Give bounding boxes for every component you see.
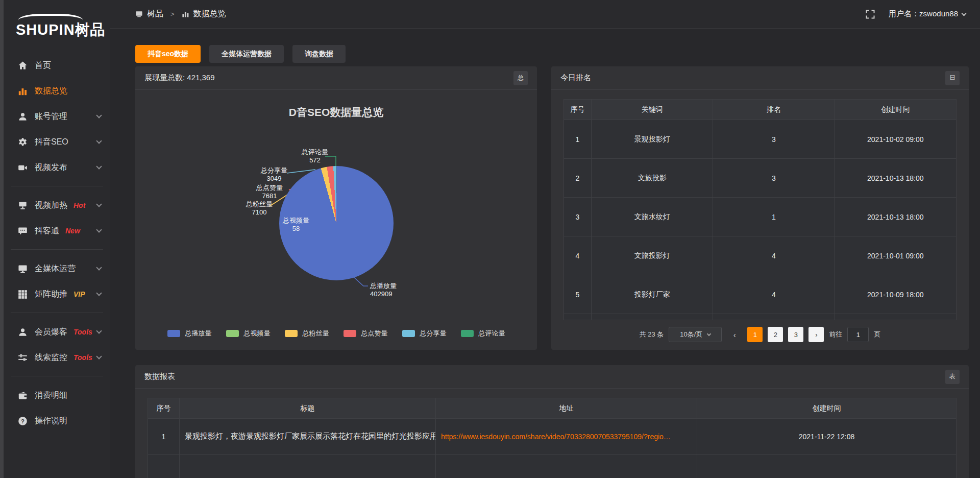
sidebar-item-account[interactable]: 账号管理	[4, 104, 110, 129]
chevron-down-icon	[96, 201, 102, 207]
today-ranking-panel: 今日排名 日 序号 关键词 排名 创建时间 1景观投影灯 32021-1	[551, 66, 969, 350]
sidebar-item-douketong[interactable]: 抖客通 New	[4, 218, 110, 244]
chevron-down-icon	[96, 328, 102, 333]
user-menu[interactable]: 用户名：zswodun88	[889, 9, 966, 19]
chevron-down-icon	[707, 331, 711, 336]
sidebar-divider	[11, 249, 103, 250]
table-row: 5投影灯厂家 42021-10-09 18:00	[564, 275, 957, 314]
sidebar: SHUPIN树品 首页 数据总览 账号管理 抖音SEO 视频发布 视频加热 Ho…	[4, 0, 110, 478]
page-size-select[interactable]: 10条/页	[669, 327, 722, 342]
chevron-down-icon	[96, 163, 102, 169]
bar-chart-icon	[18, 86, 28, 96]
day-toggle-button[interactable]: 日	[945, 71, 960, 85]
chevron-down-icon	[96, 265, 102, 270]
username: 用户名：zswodun88	[889, 9, 958, 19]
question-circle-icon: ?	[18, 416, 28, 426]
ranking-table: 序号 关键词 排名 创建时间 1景观投影灯 32021-10-02 09:00 …	[564, 99, 957, 320]
col-header-time: 创建时间	[835, 100, 956, 120]
page-button-1[interactable]: 1	[747, 327, 763, 342]
tools-badge: Tools	[74, 353, 92, 362]
data-tabs: 抖音seo数据 全媒体运营数据 询盘数据	[135, 45, 346, 63]
member-icon	[18, 327, 28, 337]
sidebar-item-spend-detail[interactable]: 消费明细	[4, 383, 110, 408]
chevron-down-icon	[96, 112, 102, 118]
sidebar-item-home[interactable]: 首页	[4, 53, 110, 78]
col-header-keyword: 关键词	[592, 100, 713, 120]
sidebar-item-help[interactable]: ? 操作说明	[4, 408, 110, 434]
col-header-url: 地址	[436, 398, 697, 419]
sidebar-item-douyin-seo[interactable]: 抖音SEO	[4, 129, 110, 155]
window-edge	[0, 0, 4, 478]
total-toggle-button[interactable]: 总	[513, 71, 528, 85]
data-report-panel: 数据报表 表 序号 标题 地址 创建时间 1 景观投影灯，夜游景观投影灯	[135, 365, 969, 478]
impressions-total: 展现量总数: 421,369	[144, 73, 215, 83]
video-camera-icon	[18, 163, 28, 173]
logo-arc	[18, 14, 83, 27]
page-button-2[interactable]: 2	[768, 327, 783, 342]
sidebar-item-data-overview[interactable]: 数据总览	[4, 78, 110, 104]
legend-item[interactable]: 总评论量	[461, 329, 505, 338]
tab-inquiry-data[interactable]: 询盘数据	[292, 45, 346, 63]
legend-item[interactable]: 总点赞量	[344, 329, 388, 338]
col-header-title: 标题	[180, 398, 436, 419]
breadcrumb-root[interactable]: 树品	[147, 9, 163, 19]
pie-label-likes: 总点赞量7681	[244, 184, 295, 200]
report-title: 数据报表	[144, 372, 175, 381]
impressions-panel: 展现量总数: 421,369 总 D音SEO数据量总览 总评论量572 总分享量…	[135, 66, 537, 350]
grid-icon	[18, 290, 28, 299]
prev-page-button[interactable]: ‹	[727, 327, 742, 342]
new-badge: New	[65, 227, 80, 235]
vip-badge: VIP	[74, 290, 85, 298]
video-title-cell: 景观投影灯，夜游景观投影灯厂家展示展示落花灯在花园里的灯光投影应用效果 #	[180, 419, 436, 455]
sidebar-divider	[11, 186, 103, 186]
sidebar-item-media-ops[interactable]: 全媒体运营	[4, 256, 110, 281]
bar-chart-icon	[182, 10, 189, 18]
chevron-down-icon	[96, 353, 102, 359]
report-table: 序号 标题 地址 创建时间 1 景观投影灯，夜游景观投影灯厂家展示展示落花灯在花…	[148, 398, 957, 478]
table-row: 2文旅投影 32021-10-13 18:00	[564, 159, 957, 198]
table-row: 1景观投影灯 32021-10-02 09:00	[564, 120, 957, 159]
legend-item[interactable]: 总视频量	[226, 329, 271, 338]
page-button-3[interactable]: 3	[788, 327, 803, 342]
chevron-down-icon	[962, 11, 967, 16]
table-row: 3文旅水纹灯 12021-10-13 18:00	[564, 198, 957, 236]
heat-sign-icon	[18, 201, 28, 210]
goto-page-input[interactable]	[847, 327, 869, 342]
breadcrumb-current[interactable]: 数据总览	[193, 9, 226, 19]
sidebar-item-video-publish[interactable]: 视频发布	[4, 155, 110, 180]
chevron-down-icon	[96, 290, 102, 296]
tab-media-ops-data[interactable]: 全媒体运营数据	[209, 45, 284, 63]
breadcrumb-separator: >	[170, 10, 175, 18]
svg-text:?: ?	[21, 418, 24, 424]
chart-legend: 总播放量 总视频量 总粉丝量 总点赞量 总分享量 总评论量	[135, 329, 537, 338]
pagination-total: 共 23 条	[640, 330, 664, 339]
table-row: 4文旅投影灯 42021-10-01 09:00	[564, 236, 957, 275]
monitor-icon	[18, 264, 28, 274]
col-header-no: 序号	[148, 398, 180, 419]
table-row-partial	[148, 455, 957, 478]
sidebar-item-lead-monitor[interactable]: 线索监控 Tools	[4, 345, 110, 370]
col-header-no: 序号	[564, 100, 592, 120]
app-icon	[135, 10, 143, 18]
main-content: 抖音seo数据 全媒体运营数据 询盘数据 展现量总数: 421,369 总 D音…	[110, 29, 980, 478]
tab-douyin-seo[interactable]: 抖音seo数据	[135, 45, 201, 63]
pie-label-fans: 总粉丝量7100	[234, 200, 285, 217]
pie-label-shares: 总分享量3049	[249, 166, 300, 183]
sidebar-divider	[11, 313, 103, 313]
video-link[interactable]: https://www.iesdouyin.com/share/video/70…	[441, 433, 671, 441]
tools-badge: Tools	[74, 328, 92, 336]
legend-item[interactable]: 总分享量	[402, 329, 447, 338]
sidebar-item-member-burst[interactable]: 会员爆客 Tools	[4, 319, 110, 345]
sidebar-item-matrix-boost[interactable]: 矩阵助推 VIP	[4, 281, 110, 307]
pie-chart-area: D音SEO数据量总览 总评论量572 总分享量3049 总点赞量7681 总粉丝…	[135, 90, 537, 349]
next-page-button[interactable]: ›	[808, 327, 824, 342]
legend-item[interactable]: 总粉丝量	[285, 329, 329, 338]
hot-badge: Hot	[74, 201, 85, 209]
legend-item[interactable]: 总播放量	[167, 329, 212, 338]
table-toggle-button[interactable]: 表	[945, 370, 960, 384]
fullscreen-icon[interactable]	[865, 9, 875, 19]
chat-bubble-icon	[18, 226, 28, 236]
sidebar-item-video-heat[interactable]: 视频加热 Hot	[4, 193, 110, 218]
col-header-rank: 排名	[713, 100, 835, 120]
sidebar-divider	[11, 376, 103, 376]
